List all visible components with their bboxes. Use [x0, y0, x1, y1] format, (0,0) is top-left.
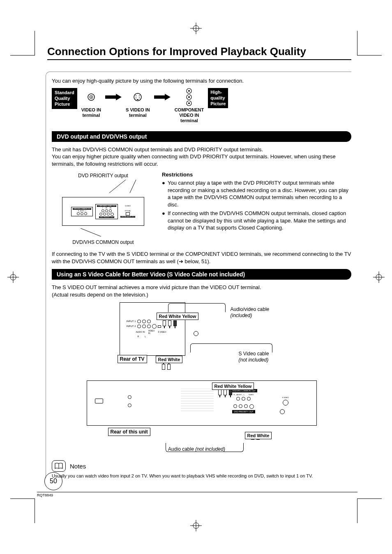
crop-mark — [357, 31, 382, 56]
svg-point-19 — [136, 97, 136, 98]
priority-output-label: DVD PRIORITY output — [52, 173, 154, 178]
arrow-icon — [154, 88, 171, 106]
callout-lines — [56, 180, 150, 193]
svg-line-29 — [109, 180, 126, 193]
color-tag: Red White Yellow — [212, 382, 254, 390]
rca-plug-icon — [162, 364, 165, 370]
callout-lines — [56, 228, 150, 236]
rear-tv-label: Rear of TV — [118, 355, 147, 363]
notes-icon — [52, 460, 66, 472]
svg-line-31 — [81, 228, 101, 236]
registration-mark — [190, 520, 202, 531]
svideo-in-icon — [126, 88, 150, 106]
unit-terminals: DVD/VHS COMMON OUT R – AUDIO – LVIDEO DV… — [95, 389, 289, 413]
registration-mark — [7, 271, 19, 283]
quality-progression: Standard Quality Picture VIDEO IN termin… — [52, 88, 351, 124]
rca-plug-icon — [168, 320, 171, 326]
crop-mark — [357, 498, 382, 523]
section-heading: DVD output and DVD/VHS output — [52, 131, 351, 142]
svg-point-20 — [139, 97, 140, 98]
rca-plug-icon — [218, 389, 221, 395]
bullet-item: ●If connecting with the DVD/VHS COMMON o… — [162, 210, 351, 232]
common-output-label: DVD/VHS COMMON output — [52, 239, 154, 245]
section-heading: Using an S Video Cable for Better Video … — [52, 269, 351, 280]
color-tag: Red White Yellow — [157, 313, 199, 320]
body-text: The unit has DVD/VHS COMMON output termi… — [52, 146, 351, 168]
connection-diagram: INPUT 1 INPUT 2 AUDIO INVIDEO INS VIDEO … — [87, 302, 317, 454]
body-text: If connecting to the TV with the S VIDEO… — [52, 250, 351, 265]
rca-plug-icon — [229, 389, 232, 395]
registration-mark — [190, 23, 202, 34]
page-number: 50 — [44, 472, 62, 490]
cable-label: Audio/video cable(included) — [231, 306, 270, 319]
rear-unit-label: Rear of this unit — [108, 428, 150, 436]
svg-marker-15 — [105, 94, 122, 100]
terminal-label: VIDEO IN terminal — [81, 107, 101, 118]
tv-inputs: INPUT 1 INPUT 2 AUDIO INVIDEO INS VIDEO … — [124, 320, 166, 338]
color-tag: Red White — [156, 356, 183, 363]
svideo-plug-icon — [194, 331, 198, 336]
mini-label: COMPONENT VIDEO OUT — [97, 205, 116, 207]
mini-label: R – AUDIO – L — [78, 210, 86, 212]
terminal-label: COMPONENT VIDEO IN terminal — [175, 107, 204, 124]
cable-label: S Video cable(not included) — [239, 351, 269, 363]
svg-rect-21 — [137, 99, 138, 100]
svg-point-24 — [188, 90, 190, 92]
svg-point-14 — [90, 97, 92, 98]
mini-label: DIGITAL AUDIO OUT — [120, 216, 135, 218]
svg-marker-22 — [154, 94, 171, 100]
bullet-item: ●You cannot play a tape with the DVD PRI… — [162, 179, 351, 208]
cable-label: Audio cable (not included) — [156, 446, 238, 452]
rear-panel-mini-diagram: DVD/VHS COMMON OUT R – AUDIO – L COMPONE… — [62, 197, 144, 226]
rca-plug-icon — [163, 320, 166, 326]
component-in-icon — [175, 88, 204, 106]
document-code: RQT8849 — [37, 492, 357, 497]
mini-label: OPTICAL — [120, 210, 135, 212]
restrictions-heading: Restrictions — [162, 172, 351, 178]
arrow-icon — [105, 88, 122, 106]
intro-text: You can enjoy high-quality picture by us… — [52, 78, 351, 84]
page-title: Connection Options for Improved Playback… — [47, 45, 351, 60]
svideo-plug-icon — [280, 409, 285, 414]
high-quality-badge: High- quality Picture — [208, 88, 228, 108]
svg-point-28 — [188, 102, 190, 104]
rca-plug-icon — [173, 320, 177, 326]
mini-label: DVD/VHS COMMON OUT — [73, 208, 91, 210]
svg-point-18 — [139, 95, 140, 96]
mini-label: S VIDEO — [120, 205, 135, 207]
crop-mark — [10, 31, 35, 56]
rca-plug-icon — [224, 389, 227, 395]
svg-line-30 — [130, 180, 136, 193]
body-text: The S VIDEO OUT terminal achieves a more… — [52, 284, 351, 298]
notes-heading: Notes — [70, 463, 86, 470]
color-tag: Red White — [245, 432, 272, 439]
rca-plug-icon — [167, 364, 171, 370]
svg-point-17 — [136, 95, 136, 96]
registration-mark — [373, 271, 385, 283]
crop-mark — [10, 498, 35, 523]
standard-quality-badge: Standard Quality Picture — [52, 88, 77, 109]
terminal-label: S VIDEO IN terminal — [126, 107, 150, 118]
notes-text: Usually you can watch video from input 2… — [52, 473, 351, 478]
video-in-icon — [81, 88, 101, 106]
svg-point-26 — [188, 96, 190, 98]
mini-label: DVD PRIORITY OUT — [99, 216, 114, 218]
